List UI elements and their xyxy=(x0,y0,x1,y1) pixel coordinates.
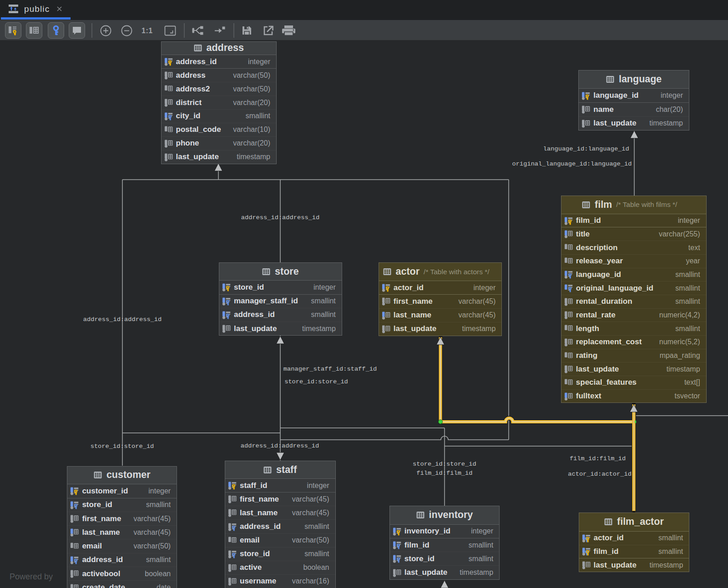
svg-text:language_id:language_id: language_id:language_id xyxy=(543,146,629,152)
svg-text:store_id:store_id: store_id:store_id xyxy=(284,378,348,385)
svg-text:address_id:address_id: address_id:address_id xyxy=(241,442,319,449)
svg-text:manager_staff_id:staff_id: manager_staff_id:staff_id xyxy=(283,366,377,372)
svg-text:original_language_id:language_: original_language_id:language_id xyxy=(512,161,632,167)
svg-text:film_id:film_id: film_id:film_id xyxy=(570,455,626,462)
svg-text:store_id:store_id: store_id:store_id xyxy=(91,443,154,450)
svg-text:actor_id:actor_id: actor_id:actor_id xyxy=(568,471,632,477)
svg-text:film_id:film_id: film_id:film_id xyxy=(416,470,472,477)
svg-text:address_id:address_id: address_id:address_id xyxy=(83,316,162,323)
svg-text:address_id:address_id: address_id:address_id xyxy=(241,214,320,221)
svg-text:store_id:store_id: store_id:store_id xyxy=(413,461,476,467)
